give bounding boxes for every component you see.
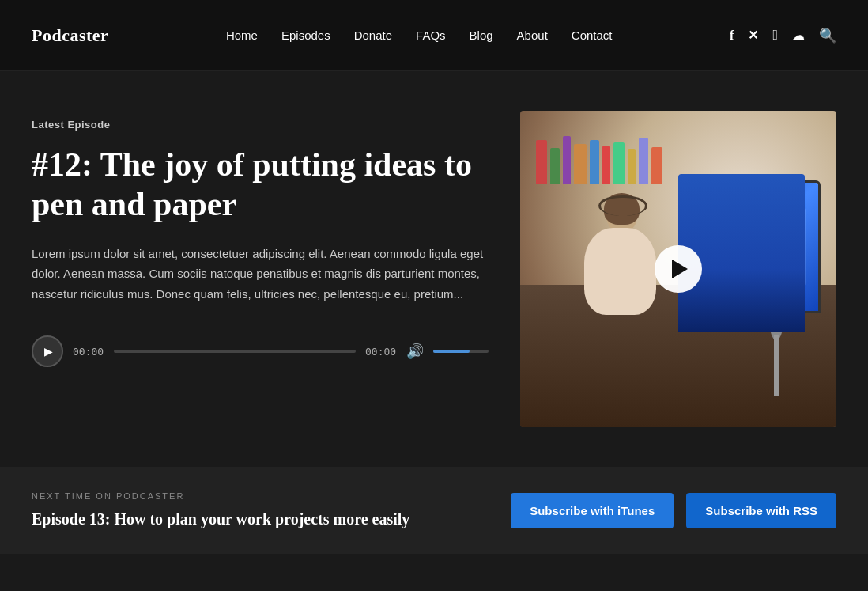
volume-icon[interactable]: 🔊 <box>406 343 424 360</box>
hero-description: Lorem ipsum dolor sit amet, consectetuer… <box>32 244 489 305</box>
audio-time-current: 00:00 <box>73 346 104 358</box>
facebook-icon[interactable]: f <box>730 28 734 43</box>
apple-icon[interactable]:  <box>772 27 778 44</box>
header-social-icons: f ✕  ☁ 🔍 <box>730 27 836 44</box>
nav-episodes[interactable]: Episodes <box>281 28 330 42</box>
twitter-x-icon[interactable]: ✕ <box>748 28 758 43</box>
next-episode-title: Episode 13: How to plan your work projec… <box>32 509 511 529</box>
bottom-banner: NEXT TIME ON PODCASTER Episode 13: How t… <box>0 467 868 554</box>
hero-content: Latest Episode #12: The joy of putting i… <box>32 111 489 367</box>
play-triangle-icon <box>672 260 688 278</box>
hero-title: #12: The joy of putting ideas to pen and… <box>32 145 489 225</box>
subscribe-buttons: Subscribe with iTunes Subscribe with RSS <box>511 493 836 528</box>
header: Podcaster Home Episodes Donate FAQs Blog… <box>0 0 868 71</box>
volume-bar[interactable] <box>433 350 489 353</box>
main-nav: Home Episodes Donate FAQs Blog About Con… <box>226 28 613 42</box>
audio-time-total: 00:00 <box>365 346 397 358</box>
audio-progress-bar[interactable] <box>114 350 356 353</box>
site-logo[interactable]: Podcaster <box>32 25 108 46</box>
next-episode-label: NEXT TIME ON PODCASTER <box>32 491 511 501</box>
volume-bar-fill <box>433 350 470 353</box>
nav-faqs[interactable]: FAQs <box>416 28 446 42</box>
nav-blog[interactable]: Blog <box>470 28 493 42</box>
nav-home[interactable]: Home <box>226 28 258 42</box>
hero-section: Latest Episode #12: The joy of putting i… <box>0 71 868 467</box>
video-play-button[interactable] <box>655 245 702 293</box>
audio-play-button[interactable]: ▶ <box>32 335 63 367</box>
next-episode-info: NEXT TIME ON PODCASTER Episode 13: How t… <box>32 491 511 529</box>
latest-episode-label: Latest Episode <box>32 119 489 131</box>
play-icon: ▶ <box>44 345 53 358</box>
hero-image <box>520 111 836 427</box>
audio-player: ▶ 00:00 00:00 🔊 <box>32 335 489 367</box>
nav-donate[interactable]: Donate <box>354 28 392 42</box>
subscribe-rss-button[interactable]: Subscribe with RSS <box>686 493 836 528</box>
soundcloud-icon[interactable]: ☁ <box>792 28 805 43</box>
search-icon[interactable]: 🔍 <box>819 27 836 44</box>
nav-contact[interactable]: Contact <box>572 28 613 42</box>
subscribe-itunes-button[interactable]: Subscribe with iTunes <box>511 493 674 528</box>
nav-about[interactable]: About <box>517 28 548 42</box>
